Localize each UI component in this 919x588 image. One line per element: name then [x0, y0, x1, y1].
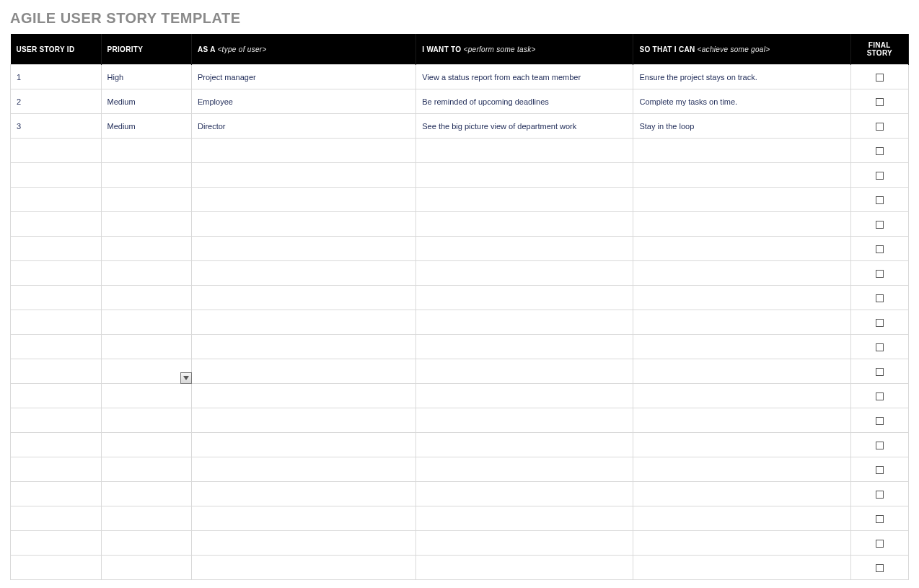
cell-id[interactable] [11, 482, 102, 506]
final-story-checkbox[interactable] [876, 343, 884, 351]
final-story-checkbox[interactable] [876, 368, 884, 376]
cell-want[interactable] [416, 163, 633, 188]
cell-asa[interactable] [192, 433, 416, 457]
cell-goal[interactable] [633, 457, 850, 482]
cell-goal[interactable] [633, 556, 850, 580]
cell-asa[interactable] [192, 556, 416, 580]
cell-prio[interactable] [101, 261, 192, 286]
cell-asa[interactable] [192, 482, 416, 506]
final-story-checkbox[interactable] [876, 245, 884, 253]
cell-want[interactable] [416, 212, 633, 237]
final-story-checkbox[interactable] [876, 98, 884, 106]
cell-id[interactable] [11, 556, 102, 580]
cell-goal[interactable] [633, 408, 850, 433]
cell-goal[interactable] [633, 286, 850, 310]
cell-prio[interactable] [101, 457, 192, 482]
cell-prio[interactable]: Medium [101, 89, 192, 114]
cell-asa[interactable] [192, 531, 416, 556]
cell-want[interactable] [416, 384, 633, 408]
cell-asa[interactable]: Employee [192, 89, 416, 114]
cell-want[interactable] [416, 433, 633, 457]
final-story-checkbox[interactable] [876, 74, 884, 82]
cell-goal[interactable]: Ensure the project stays on track. [633, 65, 850, 89]
cell-asa[interactable] [192, 163, 416, 188]
cell-want[interactable] [416, 139, 633, 163]
cell-want[interactable] [416, 531, 633, 556]
cell-want[interactable] [416, 188, 633, 212]
cell-asa[interactable] [192, 384, 416, 408]
cell-want[interactable] [416, 286, 633, 310]
priority-dropdown-button[interactable] [180, 372, 192, 384]
cell-want[interactable] [416, 261, 633, 286]
cell-id[interactable] [11, 531, 102, 556]
cell-goal[interactable] [633, 310, 850, 335]
cell-prio[interactable] [101, 335, 192, 359]
cell-prio[interactable] [101, 556, 192, 580]
cell-id[interactable] [11, 237, 102, 261]
final-story-checkbox[interactable] [876, 196, 884, 204]
cell-goal[interactable] [633, 359, 850, 384]
cell-asa[interactable] [192, 286, 416, 310]
cell-id[interactable] [11, 139, 102, 163]
final-story-checkbox[interactable] [876, 442, 884, 449]
cell-id[interactable] [11, 335, 102, 359]
cell-asa[interactable] [192, 506, 416, 531]
cell-id[interactable] [11, 359, 102, 384]
cell-prio[interactable] [101, 139, 192, 163]
cell-id[interactable] [11, 408, 102, 433]
cell-want[interactable] [416, 482, 633, 506]
cell-goal[interactable] [633, 261, 850, 286]
cell-goal[interactable] [633, 237, 850, 261]
cell-asa[interactable] [192, 261, 416, 286]
cell-asa[interactable] [192, 212, 416, 237]
cell-id[interactable] [11, 188, 102, 212]
cell-want[interactable] [416, 408, 633, 433]
cell-want[interactable]: Be reminded of upcoming deadlines [416, 89, 633, 114]
cell-asa[interactable] [192, 457, 416, 482]
cell-prio[interactable]: Medium [101, 114, 192, 139]
cell-id[interactable] [11, 310, 102, 335]
cell-goal[interactable] [633, 433, 850, 457]
cell-id[interactable] [11, 286, 102, 310]
cell-goal[interactable] [633, 506, 850, 531]
cell-want[interactable] [416, 237, 633, 261]
cell-prio[interactable] [101, 531, 192, 556]
final-story-checkbox[interactable] [876, 417, 884, 425]
cell-asa[interactable] [192, 408, 416, 433]
cell-goal[interactable] [633, 335, 850, 359]
cell-goal[interactable] [633, 482, 850, 506]
final-story-checkbox[interactable] [876, 147, 884, 155]
final-story-checkbox[interactable] [876, 564, 884, 572]
cell-prio[interactable] [101, 163, 192, 188]
cell-goal[interactable] [633, 531, 850, 556]
cell-prio[interactable] [101, 433, 192, 457]
final-story-checkbox[interactable] [876, 270, 884, 278]
cell-id[interactable]: 2 [11, 89, 102, 114]
final-story-checkbox[interactable] [876, 392, 884, 400]
cell-want[interactable]: See the big picture view of department w… [416, 114, 633, 139]
cell-asa[interactable] [192, 335, 416, 359]
final-story-checkbox[interactable] [876, 491, 884, 499]
cell-prio[interactable] [101, 212, 192, 237]
cell-asa[interactable] [192, 188, 416, 212]
final-story-checkbox[interactable] [876, 515, 884, 523]
cell-id[interactable] [11, 384, 102, 408]
cell-asa[interactable]: Director [192, 114, 416, 139]
cell-want[interactable] [416, 556, 633, 580]
final-story-checkbox[interactable] [876, 540, 884, 548]
cell-goal[interactable] [633, 188, 850, 212]
cell-id[interactable] [11, 163, 102, 188]
cell-prio[interactable] [101, 310, 192, 335]
cell-asa[interactable] [192, 310, 416, 335]
cell-want[interactable] [416, 457, 633, 482]
cell-prio[interactable] [101, 408, 192, 433]
cell-id[interactable] [11, 506, 102, 531]
final-story-checkbox[interactable] [876, 319, 884, 327]
cell-id[interactable]: 1 [11, 65, 102, 89]
cell-goal[interactable]: Stay in the loop [633, 114, 850, 139]
cell-asa[interactable] [192, 359, 416, 384]
cell-prio[interactable]: High [101, 65, 192, 89]
cell-id[interactable] [11, 433, 102, 457]
final-story-checkbox[interactable] [876, 294, 884, 302]
cell-goal[interactable] [633, 212, 850, 237]
